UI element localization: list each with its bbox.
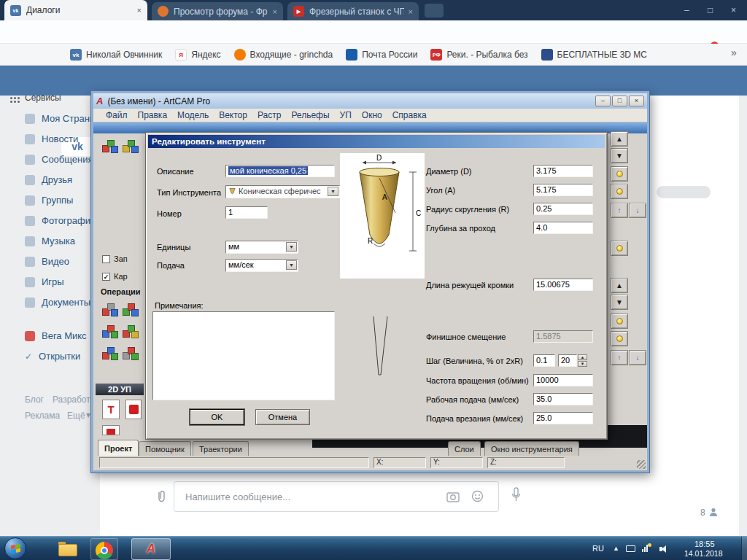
- spinner-down-button[interactable]: ▼: [578, 361, 587, 367]
- bookmark-item[interactable]: vk Николай Овчинник: [70, 49, 162, 61]
- wireframe-checkbox[interactable]: ✓: [102, 273, 110, 281]
- tab-close-icon[interactable]: ×: [273, 7, 277, 16]
- dropdown-button[interactable]: ▼: [611, 148, 628, 163]
- bookmark-item[interactable]: Входящие - grinchda: [234, 49, 333, 61]
- sidebar-item-vega-mix[interactable]: Вега Микс: [25, 330, 87, 341]
- menu-reliefs[interactable]: Рельефы: [286, 110, 334, 120]
- bookmark-item[interactable]: Я Яндекс: [175, 49, 220, 61]
- text-tool-icon[interactable]: T: [102, 400, 120, 419]
- cancel-button[interactable]: Отмена: [255, 409, 310, 425]
- tab-project[interactable]: Проект: [98, 440, 139, 456]
- browser-tab-forum[interactable]: Просмотр форума - Фр ×: [152, 2, 283, 20]
- menu-toolpaths[interactable]: УП: [335, 110, 357, 120]
- stepover-input[interactable]: 0.1: [533, 354, 555, 367]
- online-count[interactable]: 8: [700, 508, 705, 518]
- notes-textarea[interactable]: [152, 311, 335, 400]
- clock-time[interactable]: 18:55: [694, 540, 715, 548]
- dropdown-arrow-icon[interactable]: ▼: [286, 260, 297, 270]
- chrome-taskbar-button[interactable]: [90, 538, 118, 560]
- window-close-icon[interactable]: ×: [731, 5, 736, 15]
- resize-grip[interactable]: [637, 460, 646, 469]
- footer-link-ads[interactable]: Реклама: [25, 411, 60, 421]
- clock-date[interactable]: 14.01.2018: [684, 549, 723, 558]
- menu-vector[interactable]: Вектор: [214, 110, 252, 120]
- description-input[interactable]: мой коническая 0,25: [225, 165, 335, 177]
- angle-input[interactable]: 5.175: [533, 184, 593, 196]
- dialog-titlebar[interactable]: Редактировать инструмент: [148, 135, 605, 148]
- spinner-up-button[interactable]: ▲: [578, 354, 587, 360]
- sidebar-item-photos[interactable]: Фотографии: [25, 215, 96, 226]
- artcam-titlebar[interactable]: A (Без имени) - ArtCAM Pro – □ ×: [93, 93, 647, 109]
- footer-link-more[interactable]: Ещё: [67, 411, 85, 421]
- sidebar-item-messages[interactable]: Сообщения: [25, 154, 93, 165]
- tool-type-select[interactable]: Коническая сферичес ▼: [225, 185, 340, 198]
- record-checkbox[interactable]: [102, 255, 110, 263]
- feed-units-select[interactable]: мм/сек ▼: [225, 259, 298, 272]
- tab-toolpaths[interactable]: Траектории: [193, 441, 249, 456]
- feed-rate-input[interactable]: 35.0: [533, 393, 593, 405]
- menu-window[interactable]: Окно: [357, 110, 387, 120]
- stepover-percent-input[interactable]: 20: [558, 354, 577, 367]
- footer-link-blog[interactable]: Блог: [25, 394, 44, 405]
- operation-icon[interactable]: [102, 302, 120, 317]
- depth-per-pass-input[interactable]: 4.0: [533, 222, 593, 234]
- diameter-input[interactable]: 3.175: [533, 165, 593, 177]
- dropdown-arrow-icon[interactable]: ▼: [286, 242, 297, 252]
- window-maximize-icon[interactable]: □: [708, 5, 713, 15]
- ok-button[interactable]: OK: [190, 409, 244, 425]
- start-button[interactable]: [4, 537, 26, 559]
- minimize-button[interactable]: –: [595, 96, 611, 106]
- bookmark-item[interactable]: РФ Реки. - Рыбалка без: [430, 49, 527, 61]
- show-desktop-button[interactable]: [741, 537, 747, 560]
- operation-icon[interactable]: [102, 324, 120, 339]
- move-down-button[interactable]: ↓: [629, 203, 646, 218]
- attach-paperclip-icon[interactable]: [155, 489, 169, 503]
- display-tray-icon[interactable]: [626, 545, 635, 552]
- model-cube-icon[interactable]: [123, 139, 140, 154]
- sidebar-item-games[interactable]: Игры: [25, 276, 64, 287]
- sidebar-item-friends[interactable]: Друзья: [25, 174, 72, 185]
- menu-raster[interactable]: Растр: [252, 110, 286, 120]
- dropdown-arrow-icon[interactable]: ▼: [328, 187, 338, 196]
- browser-tab-dialogs[interactable]: vk Диалоги ×: [4, 0, 147, 20]
- maximize-button[interactable]: □: [612, 96, 627, 106]
- units-select[interactable]: мм ▼: [225, 241, 298, 254]
- smiley-icon[interactable]: [471, 490, 484, 502]
- hidden-icons-chevron[interactable]: ▲: [613, 545, 619, 552]
- spindle-input[interactable]: 10000: [533, 374, 593, 386]
- operation-icon[interactable]: [102, 346, 120, 361]
- visibility-bulb-button[interactable]: [611, 166, 628, 182]
- operation-icon[interactable]: [123, 324, 140, 339]
- move-up-button[interactable]: ↑: [611, 350, 628, 365]
- menu-edit[interactable]: Правка: [133, 110, 173, 120]
- visibility-bulb-button[interactable]: [611, 241, 628, 256]
- visibility-bulb-button[interactable]: [611, 184, 628, 199]
- sidebar-item-videos[interactable]: Видео: [25, 256, 69, 267]
- tool-icon-partial[interactable]: [102, 425, 120, 435]
- menu-file[interactable]: Файл: [101, 110, 133, 120]
- operation-icon[interactable]: [123, 346, 140, 361]
- operation-icon[interactable]: [123, 302, 140, 317]
- browser-tab-video[interactable]: ▶ Фрезерный станок с ЧП ×: [287, 2, 419, 20]
- cutting-edge-input[interactable]: 15.00675: [533, 279, 593, 291]
- plunge-rate-input[interactable]: 25.0: [533, 412, 593, 424]
- model-cube-icon[interactable]: [102, 139, 120, 154]
- move-down-button[interactable]: ↓: [629, 350, 646, 365]
- radius-input[interactable]: 0.25: [533, 203, 593, 215]
- sidebar-item-news[interactable]: Новости: [25, 133, 78, 144]
- bookmark-item[interactable]: Почта России: [346, 49, 417, 61]
- bookmark-item[interactable]: БЕСПЛАТНЫЕ 3D МС: [541, 49, 647, 61]
- sidebar-item-music[interactable]: Музыка: [25, 236, 75, 246]
- bookmarks-overflow-icon[interactable]: »: [731, 47, 737, 58]
- language-indicator[interactable]: RU: [592, 544, 604, 553]
- tab-close-icon[interactable]: ×: [409, 7, 413, 16]
- number-input[interactable]: 1: [225, 206, 268, 219]
- window-minimize-icon[interactable]: –: [684, 5, 689, 15]
- tab-close-icon[interactable]: ×: [137, 6, 142, 15]
- microphone-icon[interactable]: [511, 487, 522, 503]
- sidebar-item-postcards[interactable]: ✓Открытки: [25, 351, 80, 362]
- visibility-bulb-button[interactable]: [611, 331, 628, 346]
- menu-model[interactable]: Модель: [172, 110, 214, 120]
- tab-assistant[interactable]: Помощник: [139, 441, 191, 456]
- network-tray-icon[interactable]: [642, 545, 648, 552]
